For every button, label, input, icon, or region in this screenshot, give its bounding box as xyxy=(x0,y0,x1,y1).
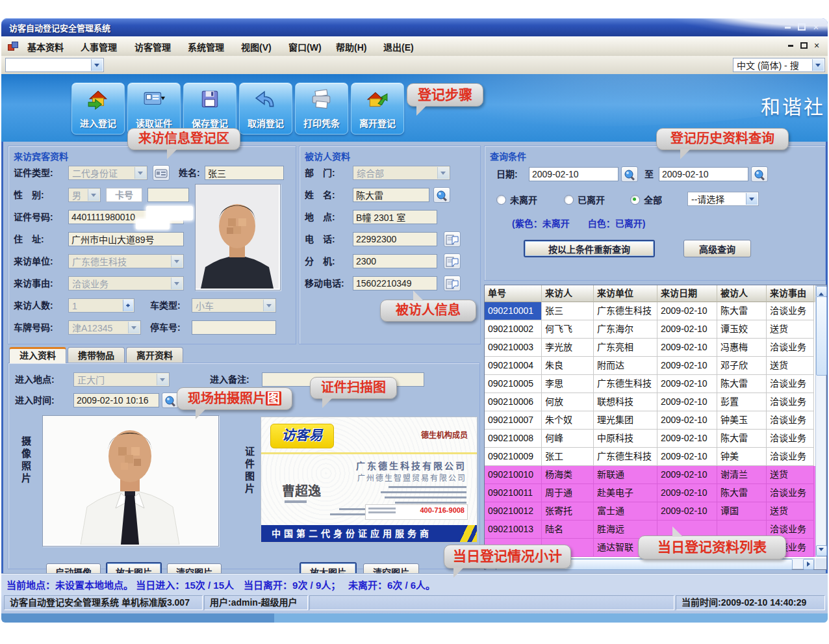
address-input[interactable] xyxy=(68,232,184,246)
table-row[interactable]: 090210002何飞飞广东海尔2009-02-10谭玉姣送货 xyxy=(485,320,826,339)
tab-carried-items[interactable]: 携带物品 xyxy=(68,347,125,363)
vertical-scrollbar[interactable] xyxy=(815,285,826,557)
table-row[interactable]: 090210011周于通赴美电子2009-02-10陈大雷洽谈业务 xyxy=(485,484,826,502)
date-from-input[interactable] xyxy=(529,167,619,181)
quick-select-combo[interactable] xyxy=(5,58,104,72)
col-header-id[interactable]: 单号 xyxy=(485,285,542,302)
table-row[interactable]: 090210005李思广东德生科技2009-02-10陈大雷洽谈业务 xyxy=(485,375,826,393)
card-no-label: 卡号 xyxy=(106,188,142,202)
table-row[interactable]: 090210006何放联想科技2009-02-10彭置洽谈业务 xyxy=(485,393,826,411)
printer-icon xyxy=(309,88,334,110)
card-detail-line xyxy=(395,502,466,504)
requery-button[interactable]: 按以上条件重新查询 xyxy=(524,240,655,257)
chevron-down-icon[interactable] xyxy=(812,59,824,71)
mdi-minimize-icon[interactable] xyxy=(785,41,797,51)
restore-icon[interactable] xyxy=(795,22,808,32)
tab-leave-info[interactable]: 离开资料 xyxy=(126,347,183,363)
menu-item-exit[interactable]: 退出(E) xyxy=(383,40,414,53)
visitor-name-label: 姓名: xyxy=(179,166,200,180)
parking-label: 停车号: xyxy=(150,320,181,335)
brand-text: 和谐社 xyxy=(761,91,825,120)
chevron-down-icon xyxy=(88,189,99,201)
camera-photo xyxy=(42,415,219,547)
table-cell: 090210013 xyxy=(485,521,542,539)
contact-phone-icon[interactable] xyxy=(444,253,461,269)
chevron-down-icon[interactable] xyxy=(746,193,758,205)
entry-time-input[interactable] xyxy=(73,393,159,407)
title-bar: 访客自动登记安全管理系统 × xyxy=(1,18,828,36)
chevron-down-icon[interactable] xyxy=(91,59,103,71)
table-row[interactable]: 090210012张寄托富士通2009-02-10谭国送货 xyxy=(485,502,826,521)
card-person-name: 曹超逸 xyxy=(282,481,321,500)
vertical-scroll-thumb[interactable] xyxy=(816,296,827,376)
leave-register-button[interactable]: 离开登记 xyxy=(351,83,404,135)
parking-input[interactable] xyxy=(192,320,276,335)
minimize-icon[interactable] xyxy=(781,22,794,32)
mdi-close-icon[interactable]: × xyxy=(811,41,823,51)
cancel-register-button[interactable]: 取消登记 xyxy=(239,83,292,135)
date-to-input[interactable] xyxy=(659,167,748,181)
magnifier-lookup-icon[interactable] xyxy=(751,166,768,182)
callout-visited-info: 被访人信息 xyxy=(380,300,476,322)
visited-name-input[interactable] xyxy=(353,188,429,202)
scrollbar-corner xyxy=(815,558,826,569)
menu-item-basic[interactable]: 基本资料 xyxy=(27,40,64,53)
table-row[interactable]: 090210003李光放广东亮相2009-02-10冯惠梅洽谈业务 xyxy=(485,339,826,357)
col-header-visited[interactable]: 被访人 xyxy=(717,285,767,302)
visitor-name-input[interactable] xyxy=(205,166,284,180)
table-row[interactable]: 090210004朱良附而达2009-02-10邓子欣送货 xyxy=(485,357,826,375)
table-row[interactable]: 090210007朱个奴理光集团2009-02-10钟美玉洽谈业务 xyxy=(485,411,826,430)
table-row[interactable]: 090210009张工广东德生科技2009-02-10钟美洽谈业务 xyxy=(485,448,826,466)
card-no-input[interactable] xyxy=(147,188,189,202)
id-card-reader-icon[interactable] xyxy=(153,165,170,181)
magnifier-lookup-icon[interactable] xyxy=(433,187,450,203)
menu-item-help[interactable]: 帮助(H) xyxy=(336,40,366,53)
table-row[interactable]: 090210008何峰中原科技2009-02-10陈大雷洽谈业务 xyxy=(485,430,826,448)
table-cell: 陈大雷 xyxy=(717,430,767,448)
ext-input[interactable] xyxy=(353,254,437,268)
radio-all[interactable]: 全部 xyxy=(630,193,662,206)
table-cell: 谭国 xyxy=(717,502,767,521)
scroll-up-icon[interactable] xyxy=(816,286,827,297)
col-header-date[interactable]: 来访日期 xyxy=(657,285,717,302)
mdi-restore-icon[interactable] xyxy=(798,41,810,51)
magnifier-lookup-icon[interactable] xyxy=(621,166,638,182)
table-row[interactable]: 090210010杨海类新联通2009-02-10谢清兰送货 xyxy=(485,466,826,484)
advanced-query-button[interactable]: 高级查询 xyxy=(683,240,751,257)
contact-phone-icon[interactable] xyxy=(444,276,461,291)
menu-item-system[interactable]: 系统管理 xyxy=(188,40,224,53)
close-icon[interactable]: × xyxy=(810,22,823,32)
visitor-table-body: 090210001张三广东德生科技2009-02-10陈大雷洽谈业务090210… xyxy=(485,302,826,557)
print-receipt-button[interactable]: 打印凭条 xyxy=(295,83,348,135)
summary-status-text: 当前地点：未设置本地地点。 当日进入：15次 / 15人 当日离开：9次 / 9… xyxy=(6,578,435,591)
mobile-input[interactable] xyxy=(353,276,437,290)
phone-input[interactable] xyxy=(353,232,437,246)
menu-item-window[interactable]: 窗口(W) xyxy=(288,40,322,53)
menu-item-view[interactable]: 视图(V) xyxy=(241,40,272,53)
col-header-company[interactable]: 来访单位 xyxy=(594,285,657,302)
scroll-down-icon[interactable] xyxy=(816,545,827,556)
scroll-right-icon[interactable] xyxy=(803,559,814,570)
table-cell: 2009-02-10 xyxy=(657,411,717,430)
gender-label: 性 别: xyxy=(14,188,44,202)
card-hotline-box: 400-716-9008 xyxy=(365,504,468,520)
radio-not-left[interactable]: 未离开 xyxy=(496,193,537,206)
table-cell: 朱良 xyxy=(542,357,594,375)
place-input[interactable] xyxy=(353,210,437,224)
menu-item-hr[interactable]: 人事管理 xyxy=(81,40,117,53)
tab-entry-info[interactable]: 进入资料 xyxy=(9,347,66,363)
enter-register-button[interactable]: 进入登记 xyxy=(71,83,125,135)
filter-select[interactable]: --请选择 xyxy=(687,192,759,206)
mobile-label: 移动电话: xyxy=(305,276,344,290)
date-label: 日期: xyxy=(496,167,518,181)
radio-left[interactable]: 已离开 xyxy=(564,193,605,206)
save-register-button[interactable]: 保存登记 xyxy=(183,83,236,135)
read-certificate-button[interactable]: 读取证件 xyxy=(127,83,181,135)
col-header-reason[interactable]: 来访事由 xyxy=(767,285,814,302)
language-combo[interactable]: 中文 (简体) - 搜 xyxy=(733,58,825,72)
menu-item-visitor[interactable]: 访客管理 xyxy=(134,40,171,53)
contact-phone-icon[interactable] xyxy=(444,231,461,247)
col-header-visitor[interactable]: 来访人 xyxy=(542,285,594,302)
table-cell: 杨海类 xyxy=(542,466,594,484)
table-row[interactable]: 090210001张三广东德生科技2009-02-10陈大雷洽谈业务 xyxy=(485,302,826,320)
